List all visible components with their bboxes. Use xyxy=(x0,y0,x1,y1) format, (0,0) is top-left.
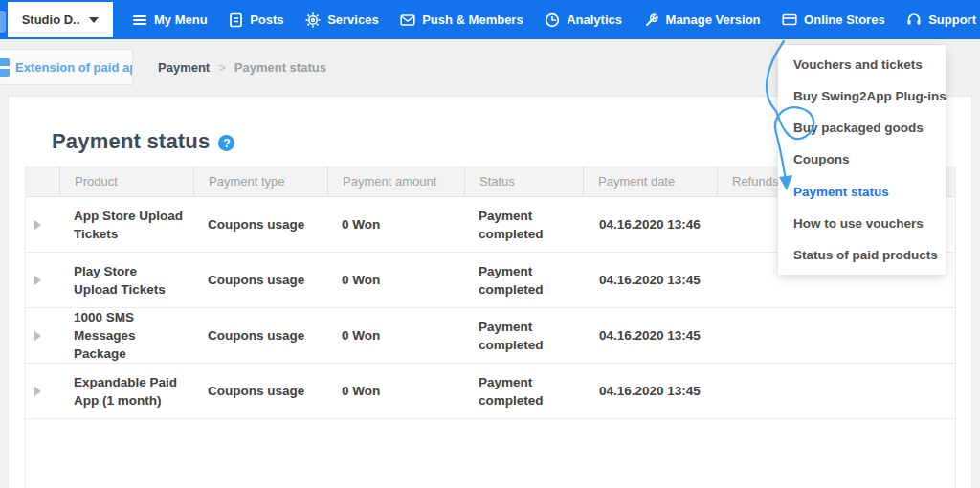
clock-icon xyxy=(545,12,560,28)
cell-status: Payment completed xyxy=(464,197,583,252)
menu-item-how-to-use-vouchers[interactable]: How to use vouchers xyxy=(778,208,946,239)
table-row: Expandable Paid App (1 month) Coupons us… xyxy=(26,364,955,419)
nav-item-label: Online Stores xyxy=(804,12,885,27)
wrench-icon xyxy=(644,12,659,28)
cell-status: Payment completed xyxy=(464,364,583,418)
breadcrumb: Payment > Payment status xyxy=(158,39,326,96)
breadcrumb-current: Payment status xyxy=(234,60,326,75)
menu-item-buy-plugins[interactable]: Buy Swing2App Plug-ins xyxy=(778,80,946,112)
cell-product: 1000 SMS Messages Package xyxy=(59,308,193,363)
menu-item-vouchers-and-tickets[interactable]: Vouchers and tickets xyxy=(778,49,946,80)
expand-icon xyxy=(34,331,41,341)
cell-payment-type: Coupons usage xyxy=(193,308,327,363)
nav-item-posts[interactable]: Posts xyxy=(229,12,283,28)
cell-status: Payment completed xyxy=(464,253,583,307)
nav-item-analytics[interactable]: Analytics xyxy=(545,12,622,28)
app-link[interactable]: Extension of paid apps xyxy=(0,49,133,85)
nav-item-services[interactable]: Services xyxy=(305,12,379,28)
cell-product: Play Store Upload Tickets xyxy=(59,253,193,307)
expand-row-button[interactable] xyxy=(26,364,59,418)
expand-row-button[interactable] xyxy=(26,308,59,363)
cell-payment-date: 04.16.2020 13:45 xyxy=(583,253,717,307)
nav-item-label: Manage Version xyxy=(666,12,761,27)
nav-item-label: Analytics xyxy=(567,12,622,27)
app-icon xyxy=(0,58,10,77)
cell-payment-date: 04.16.2020 13:45 xyxy=(583,308,717,363)
nav-item-online-stores[interactable]: Online Stores xyxy=(782,12,885,27)
online-stores-dropdown: Vouchers and tickets Buy Swing2App Plug-… xyxy=(778,45,946,275)
col-expand xyxy=(26,166,59,196)
document-icon xyxy=(229,12,243,28)
logo-partial xyxy=(0,11,6,33)
cell-status: Payment completed xyxy=(464,308,583,363)
cell-payment-type: Coupons usage xyxy=(193,364,327,418)
cell-refunds xyxy=(717,364,955,418)
nav-item-label: Push & Members xyxy=(422,12,523,27)
envelope-icon xyxy=(400,13,415,27)
hamburger-icon xyxy=(132,12,147,28)
help-icon[interactable]: ? xyxy=(218,135,234,151)
cell-refunds xyxy=(717,308,955,363)
cell-payment-type: Coupons usage xyxy=(193,253,327,307)
breadcrumb-separator: > xyxy=(218,60,226,75)
headset-icon xyxy=(906,12,922,27)
nav-item-label: Support xyxy=(928,12,976,27)
nav-item-label: Services xyxy=(327,12,379,27)
nav-item-label: Posts xyxy=(250,12,283,27)
menu-item-payment-status[interactable]: Payment status xyxy=(778,176,946,208)
gear-icon xyxy=(305,12,321,28)
expand-icon xyxy=(34,387,41,396)
cell-payment-amount: 0 Won xyxy=(327,197,464,252)
app-selector[interactable]: Studio D.. xyxy=(8,2,113,37)
cell-payment-date: 04.16.2020 13:46 xyxy=(583,197,717,252)
col-product: Product xyxy=(59,166,193,196)
breadcrumb-section[interactable]: Payment xyxy=(158,60,210,75)
expand-icon xyxy=(34,220,41,230)
nav-items: My Menu Posts Services Push & Members An xyxy=(132,0,976,39)
nav-item-label: My Menu xyxy=(154,12,208,27)
cell-payment-amount: 0 Won xyxy=(327,308,464,363)
top-nav-bar: Studio D.. My Menu Posts Services xyxy=(0,0,980,39)
credit-card-icon xyxy=(782,13,797,26)
menu-item-status-of-paid-products[interactable]: Status of paid products xyxy=(778,239,946,271)
expand-row-button[interactable] xyxy=(26,197,59,252)
cell-payment-amount: 0 Won xyxy=(327,364,464,418)
col-payment-type: Payment type xyxy=(193,166,327,196)
nav-item-support[interactable]: Support xyxy=(906,12,976,27)
menu-item-coupons[interactable]: Coupons xyxy=(778,144,946,175)
cell-product: App Store Upload Tickets xyxy=(59,197,193,252)
cell-payment-date: 04.16.2020 13:45 xyxy=(583,364,717,418)
nav-item-push-members[interactable]: Push & Members xyxy=(400,12,523,27)
caret-down-icon xyxy=(89,17,99,23)
cell-payment-type: Coupons usage xyxy=(193,197,327,252)
app-link-label: Extension of paid apps xyxy=(15,60,133,75)
col-payment-date: Payment date xyxy=(583,166,717,196)
expand-row-button[interactable] xyxy=(26,253,59,307)
cell-payment-amount: 0 Won xyxy=(327,253,464,307)
nav-item-manage-version[interactable]: Manage Version xyxy=(644,12,761,28)
col-status: Status xyxy=(464,166,583,196)
cell-product: Expandable Paid App (1 month) xyxy=(59,364,193,418)
nav-item-my-menu[interactable]: My Menu xyxy=(132,12,208,28)
app-selector-label: Studio D.. xyxy=(22,12,80,27)
table-row: 1000 SMS Messages Package Coupons usage … xyxy=(26,308,955,364)
menu-item-buy-packaged-goods[interactable]: Buy packaged goods xyxy=(778,112,946,144)
col-payment-amount: Payment amount xyxy=(327,166,464,196)
expand-icon xyxy=(34,276,41,285)
page-title: Payment status xyxy=(52,129,210,154)
